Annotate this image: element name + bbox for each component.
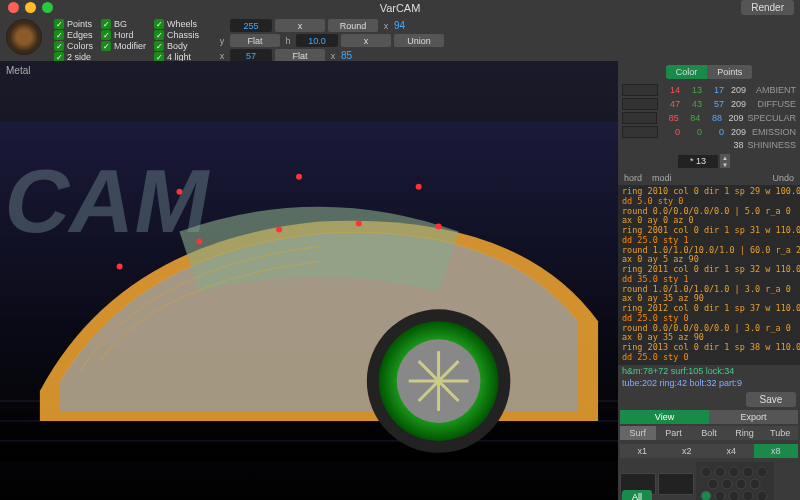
- color-swatch[interactable]: [622, 84, 658, 96]
- mid-sel2[interactable]: x: [341, 34, 391, 47]
- right-panel: Color Points 141317209AMBIENT474357209DI…: [618, 61, 800, 500]
- zoom-icon[interactable]: [42, 2, 53, 13]
- thumb-2[interactable]: [658, 473, 694, 495]
- svg-point-32: [743, 491, 753, 500]
- svg-point-20: [701, 467, 711, 477]
- undo-button[interactable]: Undo: [772, 173, 794, 183]
- log-panel[interactable]: ring 2010 col 0 dir 1 sp 29 w 100.0 h 70…: [618, 185, 800, 365]
- mid-value-input[interactable]: [296, 34, 338, 47]
- seg-x2[interactable]: x2: [665, 444, 710, 458]
- seg-ring[interactable]: Ring: [727, 426, 763, 440]
- prop-row-ambient: 141317209AMBIENT: [618, 83, 800, 97]
- viewport-3d[interactable]: Metal CAM: [0, 61, 618, 500]
- color-swatch[interactable]: [622, 112, 657, 124]
- seg-part[interactable]: Part: [656, 426, 692, 440]
- svg-point-18: [296, 174, 302, 180]
- titlebar: VarCAM Render: [0, 0, 800, 15]
- top-output: 94: [394, 20, 405, 31]
- stepper-up-icon[interactable]: ▲: [720, 154, 730, 161]
- prop-row-emission: 000209EMISSION: [618, 125, 800, 139]
- window-title: VarCAM: [380, 2, 421, 14]
- svg-point-12: [117, 263, 123, 269]
- svg-point-16: [436, 224, 442, 230]
- svg-point-15: [356, 221, 362, 227]
- seg-bolt[interactable]: Bolt: [691, 426, 727, 440]
- bot-output: 85: [341, 50, 352, 61]
- shininess-stepper[interactable]: [678, 155, 718, 168]
- checkbox-edges[interactable]: ✓: [54, 30, 64, 40]
- mid-sel3[interactable]: Union: [394, 34, 444, 47]
- svg-point-29: [701, 491, 711, 500]
- svg-point-33: [757, 491, 767, 500]
- tab-points[interactable]: Points: [707, 65, 752, 79]
- stats-line-1: h&m:78+72 surf:105 lock:34: [618, 365, 800, 377]
- color-swatch[interactable]: [622, 126, 658, 138]
- all-button[interactable]: All: [622, 490, 652, 500]
- svg-point-25: [708, 479, 718, 489]
- minimize-icon[interactable]: [25, 2, 36, 13]
- hex-grid[interactable]: [696, 462, 774, 500]
- svg-point-24: [757, 467, 767, 477]
- save-button[interactable]: Save: [746, 392, 796, 407]
- close-icon[interactable]: [8, 2, 19, 13]
- tab-view[interactable]: View: [620, 410, 709, 424]
- svg-point-31: [729, 491, 739, 500]
- seg-x1[interactable]: x1: [620, 444, 665, 458]
- tab-color[interactable]: Color: [666, 65, 708, 79]
- x-label: x: [381, 21, 391, 31]
- stats-line-2: tube:202 ring:42 bolt:32 part:9: [618, 377, 800, 389]
- svg-point-30: [715, 491, 725, 500]
- toolbar: ✓Points✓Edges✓Colors✓2 side ✓BG✓Hord✓Mod…: [0, 15, 800, 61]
- log-header: hord modi Undo: [618, 171, 800, 185]
- checkbox-modifier[interactable]: ✓: [101, 41, 111, 51]
- seg-x4[interactable]: x4: [709, 444, 754, 458]
- checkbox-wheels[interactable]: ✓: [154, 19, 164, 29]
- svg-point-28: [750, 479, 760, 489]
- prop-row-specular: 858488209SPECULAR: [618, 111, 800, 125]
- viewport-mode-label: Metal: [6, 65, 30, 76]
- svg-point-17: [176, 189, 182, 195]
- checkbox-chassis[interactable]: ✓: [154, 30, 164, 40]
- seg-surf[interactable]: Surf: [620, 426, 656, 440]
- tab-export[interactable]: Export: [709, 410, 798, 424]
- checkbox-body[interactable]: ✓: [154, 41, 164, 51]
- toolbar-inputs: x Round x 94 y Flat h x Union x Flat x 8…: [217, 19, 444, 62]
- svg-point-26: [722, 479, 732, 489]
- svg-point-21: [715, 467, 725, 477]
- traffic-lights: [0, 2, 53, 13]
- prop-row-diffuse: 474357209DIFFUSE: [618, 97, 800, 111]
- svg-point-14: [276, 227, 282, 233]
- top-sel2[interactable]: Round: [328, 19, 378, 32]
- prop-row-shininess: 38SHININESS: [618, 139, 800, 151]
- stepper-down-icon[interactable]: ▼: [720, 161, 730, 168]
- checkbox-bg[interactable]: ✓: [101, 19, 111, 29]
- top-sel1[interactable]: x: [275, 19, 325, 32]
- wheel-icon[interactable]: [6, 19, 42, 55]
- seg-x8[interactable]: x8: [754, 444, 799, 458]
- checkbox-hord[interactable]: ✓: [101, 30, 111, 40]
- svg-point-13: [196, 239, 202, 245]
- svg-point-27: [736, 479, 746, 489]
- mid-sel1[interactable]: Flat: [230, 34, 280, 47]
- svg-point-19: [416, 184, 422, 190]
- log-line: dd 25.0 sty 0: [622, 353, 796, 363]
- color-swatch[interactable]: [622, 98, 658, 110]
- checkbox-colors[interactable]: ✓: [54, 41, 64, 51]
- render-preview: CAM: [0, 61, 618, 500]
- top-value-input[interactable]: [230, 19, 272, 32]
- checkbox-points[interactable]: ✓: [54, 19, 64, 29]
- svg-point-23: [743, 467, 753, 477]
- seg-tube[interactable]: Tube: [762, 426, 798, 440]
- svg-point-22: [729, 467, 739, 477]
- render-button[interactable]: Render: [741, 0, 794, 15]
